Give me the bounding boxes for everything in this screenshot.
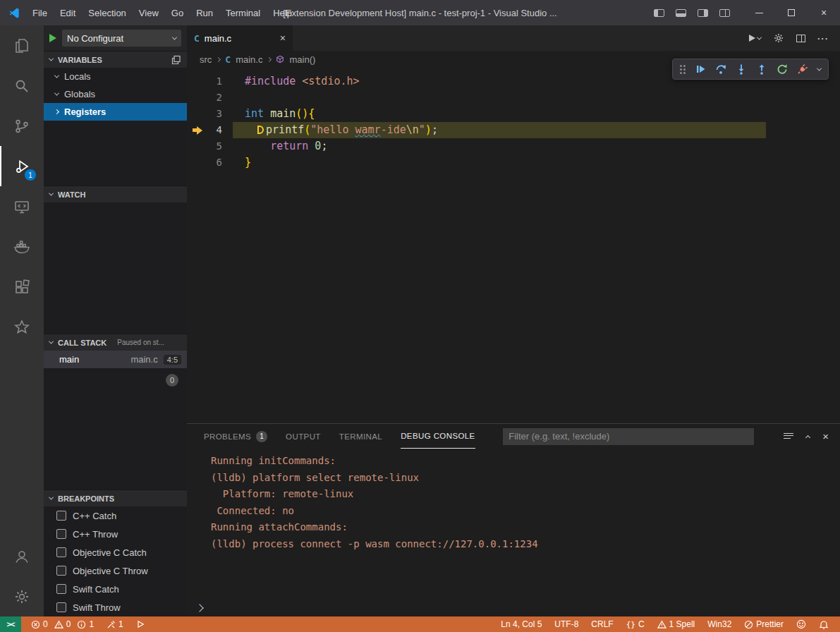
formatter-status[interactable]: Prettier bbox=[740, 616, 788, 632]
extensions-icon[interactable] bbox=[0, 267, 44, 307]
language-mode[interactable]: {} C bbox=[622, 616, 649, 632]
tab-terminal[interactable]: TERMINAL bbox=[339, 424, 382, 449]
eol-sequence[interactable]: CRLF bbox=[587, 616, 617, 632]
editor-more-actions-icon[interactable]: ··· bbox=[817, 33, 829, 44]
tab-output[interactable]: OUTPUT bbox=[286, 424, 321, 449]
platform-status[interactable]: Win32 bbox=[703, 616, 736, 632]
restart-icon[interactable] bbox=[777, 63, 788, 75]
split-editor-icon[interactable] bbox=[796, 35, 805, 42]
breakpoint-swift-throw[interactable]: Swift Throw bbox=[44, 598, 187, 616]
star-extension-icon[interactable] bbox=[0, 307, 44, 347]
debug-console-input[interactable] bbox=[197, 605, 202, 611]
drag-handle[interactable] bbox=[680, 65, 682, 67]
step-over-icon[interactable] bbox=[715, 63, 726, 75]
step-out-icon[interactable] bbox=[756, 63, 767, 75]
tab-debug-console[interactable]: DEBUG CONSOLE bbox=[401, 424, 475, 449]
menu-view[interactable]: View bbox=[133, 8, 165, 18]
variables-section-header[interactable]: VARIABLES bbox=[44, 51, 187, 68]
checkbox[interactable] bbox=[56, 566, 66, 576]
panel-tab-bar: PROBLEMS 1 OUTPUT TERMINAL DEBUG CONSOLE… bbox=[187, 424, 840, 449]
code-editor[interactable]: 1 #include <stdio.h> 2 3 int main(){ 4 p… bbox=[187, 68, 840, 423]
menu-edit[interactable]: Edit bbox=[54, 8, 82, 18]
spell-checker-status[interactable]: 1 Spell bbox=[653, 616, 700, 632]
menu-run[interactable]: Run bbox=[190, 8, 219, 18]
breadcrumb-folder[interactable]: src bbox=[200, 54, 212, 65]
checkbox[interactable] bbox=[56, 511, 66, 521]
tab-close-icon[interactable]: × bbox=[280, 32, 286, 44]
docker-icon[interactable] bbox=[0, 226, 44, 267]
menu-terminal[interactable]: Terminal bbox=[219, 8, 267, 18]
tab-main-c[interactable]: C main.c × bbox=[187, 25, 293, 51]
minimize-button[interactable] bbox=[743, 0, 775, 25]
debug-session-badge: 1 bbox=[25, 169, 36, 181]
call-stack-section-header[interactable]: CALL STACK Paused on st... bbox=[44, 334, 187, 351]
symbol-cube-icon bbox=[276, 55, 284, 63]
breakpoints-section-header[interactable]: BREAKPOINTS bbox=[44, 490, 187, 506]
menu-go[interactable]: Go bbox=[165, 8, 190, 18]
remote-explorer-icon[interactable] bbox=[0, 186, 44, 226]
search-icon[interactable] bbox=[0, 66, 44, 106]
console-filter-input[interactable] bbox=[503, 428, 754, 445]
menu-file[interactable]: File bbox=[26, 8, 54, 18]
variables-registers-row[interactable]: Registers bbox=[44, 103, 187, 121]
disconnect-icon[interactable] bbox=[797, 63, 808, 75]
frame-file: main.c bbox=[130, 354, 157, 365]
activity-bar: 1 bbox=[0, 25, 44, 616]
checkbox[interactable] bbox=[56, 584, 66, 594]
continue-icon[interactable] bbox=[695, 63, 706, 75]
source-control-icon[interactable] bbox=[0, 106, 44, 146]
variables-action-icon[interactable] bbox=[171, 55, 181, 65]
breakpoint-cpp-throw[interactable]: C++ Throw bbox=[44, 525, 187, 543]
breakpoint-swift-catch[interactable]: Swift Catch bbox=[44, 580, 187, 598]
menu-selection[interactable]: Selection bbox=[82, 8, 132, 18]
variables-globals-row[interactable]: Globals bbox=[44, 85, 187, 103]
feedback-icon[interactable] bbox=[792, 616, 810, 632]
breakpoint-objc-catch[interactable]: Objective C Catch bbox=[44, 543, 187, 561]
maximize-panel-icon[interactable] bbox=[805, 435, 810, 440]
tool-status[interactable]: 1 bbox=[102, 616, 128, 632]
problems-status[interactable]: 0 0 1 bbox=[27, 616, 98, 632]
problems-badge: 1 bbox=[256, 431, 267, 442]
remote-indicator[interactable]: >< bbox=[0, 616, 21, 632]
encoding[interactable]: UTF-8 bbox=[550, 616, 583, 632]
accounts-icon[interactable] bbox=[0, 536, 44, 576]
start-debugging-icon[interactable] bbox=[49, 34, 56, 42]
code-token: } bbox=[245, 156, 251, 169]
code-token: return bbox=[270, 140, 308, 152]
settings-gear-icon[interactable] bbox=[0, 576, 44, 616]
step-into-icon[interactable] bbox=[736, 63, 747, 75]
debug-status[interactable] bbox=[132, 616, 149, 632]
call-stack-zero-badge: 0 bbox=[166, 374, 178, 387]
toggle-sidebar-icon[interactable] bbox=[654, 9, 664, 17]
checkbox[interactable] bbox=[56, 602, 66, 612]
explorer-icon[interactable] bbox=[0, 25, 44, 66]
breakpoint-cpp-catch[interactable]: C++ Catch bbox=[44, 506, 187, 525]
checkbox[interactable] bbox=[56, 529, 66, 539]
checkbox[interactable] bbox=[56, 547, 66, 557]
notifications-bell-icon[interactable] bbox=[815, 616, 833, 632]
menu-help[interactable]: Help bbox=[267, 8, 298, 18]
watch-section-header[interactable]: WATCH bbox=[44, 186, 187, 202]
call-stack-frame-row[interactable]: main main.c 4:5 bbox=[44, 351, 187, 368]
breakpoint-objc-throw[interactable]: Objective C Throw bbox=[44, 561, 187, 580]
code-token: #include bbox=[245, 75, 296, 87]
code-token: int bbox=[245, 107, 264, 120]
maximize-button[interactable] bbox=[775, 0, 808, 25]
console-actions-icon[interactable] bbox=[784, 433, 793, 440]
run-and-debug-icon[interactable]: 1 bbox=[0, 146, 44, 186]
breadcrumb-symbol[interactable]: main() bbox=[289, 54, 315, 65]
toggle-panel-icon[interactable] bbox=[676, 9, 686, 17]
launch-config-dropdown[interactable]: No Configurat bbox=[62, 30, 181, 47]
close-panel-icon[interactable]: × bbox=[822, 430, 829, 442]
inline-breakpoint-icon[interactable] bbox=[257, 126, 264, 134]
breadcrumb-file[interactable]: main.c bbox=[236, 54, 262, 65]
run-file-button[interactable] bbox=[749, 35, 761, 42]
editor-settings-gear-icon[interactable] bbox=[773, 32, 784, 44]
tab-problems[interactable]: PROBLEMS 1 bbox=[204, 424, 267, 449]
toggle-secondary-sidebar-icon[interactable] bbox=[698, 9, 708, 17]
cursor-position[interactable]: Ln 4, Col 5 bbox=[497, 616, 546, 632]
debug-toolbar-dropdown-icon[interactable] bbox=[817, 66, 822, 71]
close-window-button[interactable]: × bbox=[808, 0, 840, 25]
customize-layout-icon[interactable] bbox=[719, 9, 730, 17]
variables-locals-row[interactable]: Locals bbox=[44, 68, 187, 85]
